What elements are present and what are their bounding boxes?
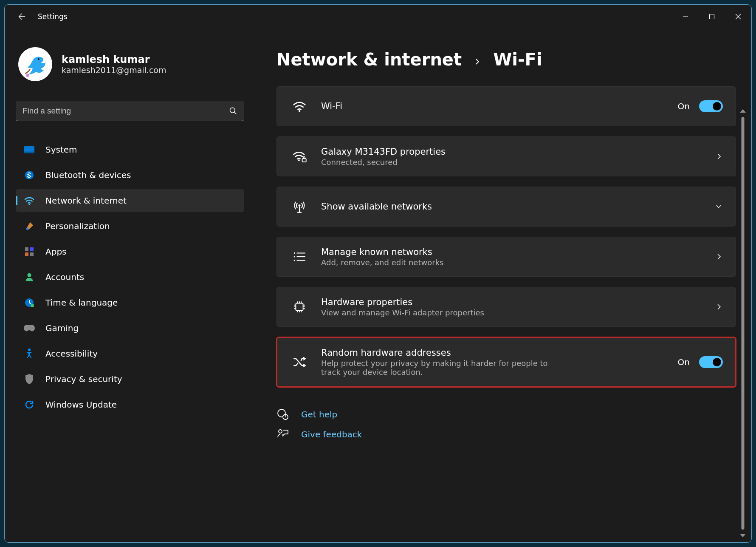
close-button[interactable] (725, 5, 751, 28)
svg-rect-14 (30, 247, 34, 251)
sidebar-item-system[interactable]: System (16, 138, 244, 161)
maximize-button[interactable] (699, 5, 725, 28)
wifi-state-label: On (678, 101, 690, 111)
scroll-up-icon[interactable] (740, 109, 746, 113)
settings-window: Settings (4, 4, 752, 543)
shuffle-icon (292, 356, 307, 368)
nav: System Bluetooth & devices Network & int… (16, 138, 244, 416)
show-networks-card[interactable]: Show available networks (276, 187, 736, 227)
sidebar-item-label: Accounts (45, 272, 84, 282)
link-text: Get help (301, 409, 337, 419)
sidebar-item-accounts[interactable]: Accounts (16, 266, 244, 289)
profile-email: kamlesh2011@gmail.com (62, 65, 166, 75)
svg-rect-1 (710, 14, 714, 19)
sidebar-item-label: Apps (45, 247, 67, 257)
svg-rect-31 (296, 303, 303, 310)
back-button[interactable] (16, 11, 27, 22)
scroll-down-icon[interactable] (740, 534, 746, 537)
sidebar-item-label: Privacy & security (45, 374, 122, 384)
search-box[interactable] (16, 101, 244, 121)
known-networks-card[interactable]: Manage known networks Add, remove, and e… (276, 237, 736, 277)
breadcrumb: Network & internet Wi-Fi (276, 50, 736, 69)
sidebar-item-label: System (45, 145, 77, 155)
scrollbar[interactable] (739, 109, 747, 537)
sidebar-item-label: Gaming (45, 323, 79, 333)
wifi-toggle-card[interactable]: Wi-Fi On (276, 86, 736, 126)
chevron-down-icon (714, 203, 723, 210)
search-input[interactable] (23, 106, 229, 116)
sidebar-item-network[interactable]: Network & internet (16, 189, 244, 212)
bluetooth-icon (23, 169, 35, 181)
link-text: Give feedback (301, 429, 362, 439)
card-subtitle: Add, remove, and edit networks (321, 258, 559, 267)
clock-icon (23, 297, 35, 309)
sidebar: kamlesh kumar kamlesh2011@gmail.com Syst… (5, 28, 255, 542)
breadcrumb-current: Wi-Fi (493, 50, 542, 69)
app-title: Settings (38, 12, 68, 21)
system-icon (23, 144, 35, 156)
paintbrush-icon (23, 220, 35, 232)
get-help-link[interactable]: ? Get help (276, 408, 736, 420)
main-content: Network & internet Wi-Fi Wi-Fi On (255, 28, 751, 542)
random-hardware-card[interactable]: Random hardware addresses Help protect y… (276, 337, 736, 387)
minimize-button[interactable] (672, 5, 699, 28)
scroll-thumb[interactable] (742, 117, 745, 530)
profile-name: kamlesh kumar (62, 54, 166, 65)
sidebar-item-label: Bluetooth & devices (45, 170, 131, 180)
sidebar-item-bluetooth[interactable]: Bluetooth & devices (16, 164, 244, 187)
svg-rect-23 (302, 159, 306, 162)
sidebar-item-label: Network & internet (45, 196, 127, 206)
random-hardware-toggle[interactable] (699, 356, 723, 368)
give-feedback-link[interactable]: Give feedback (276, 429, 736, 440)
svg-point-47 (279, 430, 282, 433)
svg-point-7 (230, 108, 235, 113)
svg-point-5 (38, 58, 39, 60)
breadcrumb-parent[interactable]: Network & internet (276, 50, 462, 69)
wifi-secured-icon (292, 150, 307, 163)
card-title: Show available networks (321, 201, 700, 212)
card-title: Wi-Fi (321, 101, 663, 111)
svg-point-29 (294, 260, 295, 261)
card-title: Hardware properties (321, 297, 701, 307)
shield-icon (23, 373, 35, 385)
chevron-right-icon (474, 58, 481, 65)
wifi-toggle[interactable] (699, 100, 723, 112)
svg-point-6 (26, 74, 29, 77)
sidebar-item-label: Personalization (45, 221, 110, 231)
feedback-icon (276, 429, 289, 440)
svg-point-27 (294, 256, 295, 257)
chevron-right-icon (715, 303, 723, 311)
chevron-right-icon (715, 253, 723, 261)
svg-point-24 (299, 204, 301, 207)
card-title: Manage known networks (321, 247, 701, 257)
gamepad-icon (23, 322, 35, 334)
card-subtitle: Help protect your privacy by making it h… (321, 359, 559, 377)
sidebar-item-gaming[interactable]: Gaming (16, 317, 244, 340)
sidebar-item-time[interactable]: Time & language (16, 291, 244, 314)
wifi-icon (292, 100, 307, 112)
svg-rect-15 (25, 252, 28, 256)
antenna-icon (292, 200, 307, 213)
card-title: Galaxy M3143FD properties (321, 147, 701, 157)
sidebar-item-apps[interactable]: Apps (16, 240, 244, 263)
sidebar-item-update[interactable]: Windows Update (16, 393, 244, 416)
titlebar: Settings (5, 5, 751, 28)
svg-rect-16 (30, 252, 34, 256)
sidebar-item-label: Accessibility (45, 349, 98, 359)
network-properties-card[interactable]: Galaxy M3143FD properties Connected, sec… (276, 136, 736, 176)
wifi-icon (23, 195, 35, 207)
profile[interactable]: kamlesh kumar kamlesh2011@gmail.com (16, 47, 244, 81)
hardware-properties-card[interactable]: Hardware properties View and manage Wi-F… (276, 287, 736, 327)
svg-point-17 (27, 273, 31, 277)
svg-point-19 (31, 304, 34, 307)
apps-icon (23, 246, 35, 258)
card-subtitle: Connected, secured (321, 158, 559, 167)
random-state-label: On (678, 357, 690, 367)
sidebar-item-accessibility[interactable]: Accessibility (16, 342, 244, 365)
avatar (18, 47, 52, 81)
sidebar-item-personalization[interactable]: Personalization (16, 215, 244, 238)
help-icon: ? (276, 408, 289, 420)
sidebar-item-privacy[interactable]: Privacy & security (16, 368, 244, 391)
chip-icon (292, 300, 307, 313)
sidebar-item-label: Windows Update (45, 400, 117, 410)
